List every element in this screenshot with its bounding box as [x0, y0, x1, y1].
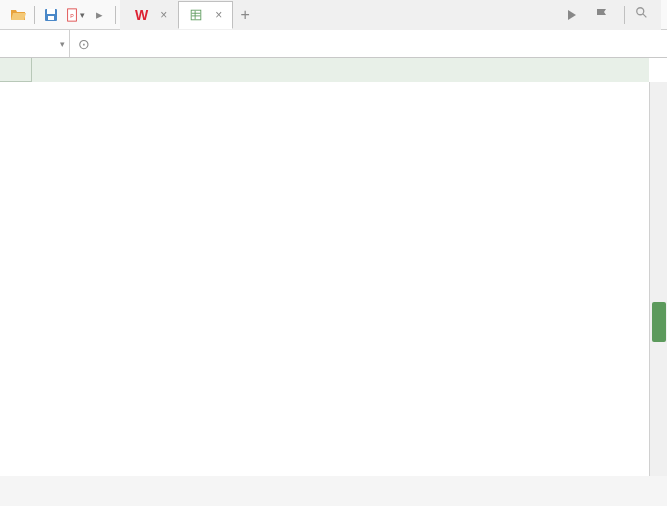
svg-line-11	[643, 14, 647, 18]
search-icon[interactable]	[635, 6, 649, 23]
svg-text:P: P	[70, 12, 74, 18]
add-tab-button[interactable]: +	[233, 6, 257, 24]
spreadsheet-grid	[0, 58, 667, 476]
spreadsheet-icon	[189, 8, 203, 22]
close-icon[interactable]: ×	[160, 8, 167, 22]
open-icon[interactable]	[8, 5, 28, 25]
select-all-corner[interactable]	[0, 58, 32, 82]
tab-workbook[interactable]: ×	[178, 1, 233, 29]
top-toolbar: P▾ ▸ W × × +	[0, 0, 667, 30]
tab-wps-home[interactable]: W ×	[124, 1, 178, 29]
wps-logo-icon: W	[135, 7, 148, 23]
column-headers	[32, 58, 649, 82]
target-icon[interactable]: ⊙	[70, 36, 98, 52]
formula-bar: ▾ ⊙	[0, 30, 667, 58]
svg-rect-1	[47, 9, 55, 14]
save-icon[interactable]	[41, 5, 61, 25]
svg-rect-2	[48, 16, 54, 20]
name-box[interactable]: ▾	[0, 30, 70, 57]
pdf-icon[interactable]: P▾	[65, 5, 85, 25]
svg-point-10	[637, 8, 644, 15]
close-icon[interactable]: ×	[215, 8, 222, 22]
play-icon[interactable]	[562, 5, 582, 25]
flag-icon[interactable]	[592, 5, 612, 25]
vertical-scrollbar[interactable]	[649, 82, 667, 476]
more-icon[interactable]: ▸	[89, 5, 109, 25]
svg-rect-6	[192, 10, 201, 19]
scrollbar-thumb[interactable]	[652, 302, 666, 342]
cell-grid[interactable]	[32, 82, 649, 476]
chevron-down-icon[interactable]: ▾	[60, 39, 65, 49]
